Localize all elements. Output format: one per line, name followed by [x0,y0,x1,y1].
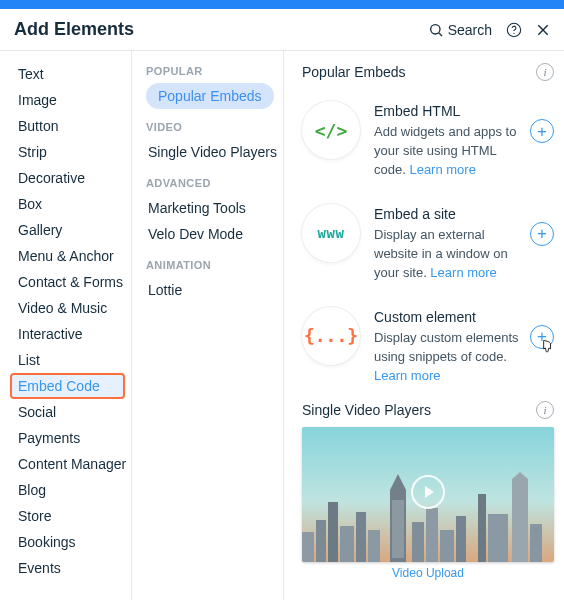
panel-header: Add Elements Search [0,9,564,51]
sidebar-item-social[interactable]: Social [14,399,125,425]
sidebar-item-box[interactable]: Box [14,191,125,217]
svg-rect-9 [340,526,354,562]
sidebar-item-strip[interactable]: Strip [14,139,125,165]
plus-icon: + [537,225,547,242]
svp-section-title: Single Video Players [302,402,536,418]
svg-rect-19 [478,494,486,562]
sidebar-item-store[interactable]: Store [14,503,125,529]
sidebar-item-contact-forms[interactable]: Contact & Forms [14,269,125,295]
add-element-button[interactable]: + [530,325,554,349]
svg-rect-8 [328,502,338,562]
subnav-item-single-video-players[interactable]: Single Video Players [146,139,275,165]
embed-desc: Display custom elements using snippets o… [374,330,519,364]
svg-rect-10 [356,512,366,562]
embed-glyph-icon: </> [302,101,360,159]
header-actions: Search [428,22,550,38]
embed-body: Embed a siteDisplay an external website … [360,204,530,283]
close-icon[interactable] [536,23,550,37]
embeds-list: </>Embed HTMLAdd widgets and apps to you… [302,87,554,395]
subnav-item-popular-embeds[interactable]: Popular Embeds [146,83,274,109]
svg-rect-16 [426,508,438,562]
svg-rect-17 [440,530,454,562]
group-header: ANIMATION [146,259,275,271]
sidebar-item-bookings[interactable]: Bookings [14,529,125,555]
embed-title: Embed HTML [374,101,528,121]
window-accent-bar [0,0,564,9]
subnav-item-velo-dev-mode[interactable]: Velo Dev Mode [146,221,275,247]
embed-body: Embed HTMLAdd widgets and apps to your s… [360,101,530,180]
add-element-button[interactable]: + [530,119,554,143]
play-icon [411,475,445,509]
group-header: POPULAR [146,65,275,77]
svg-rect-6 [302,532,314,562]
info-icon[interactable]: i [536,401,554,419]
sidebar-item-menu-anchor[interactable]: Menu & Anchor [14,243,125,269]
search-button[interactable]: Search [428,22,492,38]
sidebar-item-embed-code[interactable]: Embed Code [10,373,125,399]
sidebar-item-image[interactable]: Image [14,87,125,113]
add-element-button[interactable]: + [530,222,554,246]
sidebar-item-interactive[interactable]: Interactive [14,321,125,347]
embed-title: Embed a site [374,204,528,224]
subnav-item-lottie[interactable]: Lottie [146,277,275,303]
svg-line-1 [439,33,442,36]
learn-more-link[interactable]: Learn more [374,368,440,383]
svg-rect-20 [488,514,508,562]
embed-item: wwwEmbed a siteDisplay an external websi… [302,190,554,293]
svg-marker-13 [390,474,406,490]
svg-marker-22 [512,472,528,479]
sidebar-item-button[interactable]: Button [14,113,125,139]
search-icon [428,22,444,38]
embeds-section-title: Popular Embeds [302,64,536,80]
svg-rect-14 [392,500,404,558]
learn-more-link[interactable]: Learn more [430,265,496,280]
primary-nav: TextImageButtonStripDecorativeBoxGallery… [0,51,132,600]
sidebar-item-decorative[interactable]: Decorative [14,165,125,191]
panel-title: Add Elements [14,19,428,40]
sidebar-item-events[interactable]: Events [14,555,125,581]
sidebar-item-content-manager[interactable]: Content Manager [14,451,125,477]
embed-item: </>Embed HTMLAdd widgets and apps to you… [302,87,554,190]
embeds-section-header: Popular Embeds i [302,63,554,81]
sidebar-item-gallery[interactable]: Gallery [14,217,125,243]
video-thumbnail[interactable] [302,427,554,562]
svg-rect-15 [412,522,424,562]
svg-rect-21 [512,479,528,562]
svg-rect-23 [530,524,542,562]
embed-glyph-icon: {...} [302,307,360,365]
embed-title: Custom element [374,307,528,327]
panel-body: TextImageButtonStripDecorativeBoxGallery… [0,51,564,600]
svp-section-header: Single Video Players i [302,401,554,419]
embed-glyph-icon: www [302,204,360,262]
sidebar-item-video-music[interactable]: Video & Music [14,295,125,321]
svg-point-0 [430,24,439,33]
help-icon[interactable] [506,22,522,38]
group-header: VIDEO [146,121,275,133]
plus-icon: + [537,123,547,140]
embed-item: {...}Custom elementDisplay custom elemen… [302,293,554,396]
svg-point-3 [513,32,514,33]
sidebar-item-blog[interactable]: Blog [14,477,125,503]
secondary-nav: POPULARPopular EmbedsVIDEOSingle Video P… [132,51,284,600]
video-caption[interactable]: Video Upload [302,566,554,580]
svg-rect-18 [456,516,466,562]
subnav-item-marketing-tools[interactable]: Marketing Tools [146,195,275,221]
cursor-hand-icon [537,338,557,358]
sidebar-item-list[interactable]: List [14,347,125,373]
group-header: ADVANCED [146,177,275,189]
learn-more-link[interactable]: Learn more [409,162,475,177]
svg-rect-11 [368,530,380,562]
svp-section: Single Video Players i [302,401,554,580]
embed-body: Custom elementDisplay custom elements us… [360,307,530,386]
content-pane: Popular Embeds i </>Embed HTMLAdd widget… [284,51,564,600]
sidebar-item-text[interactable]: Text [14,61,125,87]
info-icon[interactable]: i [536,63,554,81]
svg-rect-7 [316,520,326,562]
search-label: Search [448,22,492,38]
sidebar-item-payments[interactable]: Payments [14,425,125,451]
